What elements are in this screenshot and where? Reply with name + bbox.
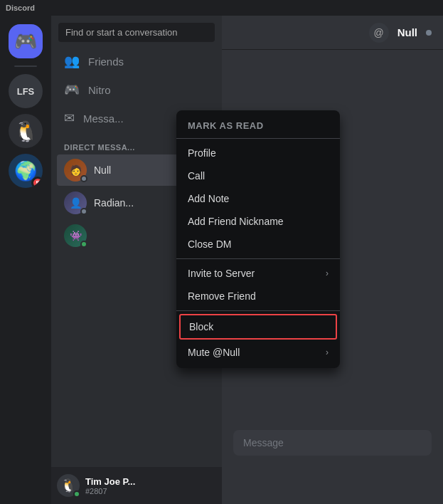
divider-after-header	[176, 138, 340, 139]
context-item-remove-friend[interactable]: Remove Friend	[179, 285, 337, 308]
add-note-label: Add Note	[188, 193, 329, 204]
divider-after-close-dm	[176, 258, 340, 259]
user-tag: #2807	[85, 487, 135, 495]
chat-header: @ Null	[222, 16, 443, 50]
messages-label: Messa...	[83, 112, 124, 125]
chat-content	[222, 50, 443, 78]
block-label: Block	[189, 321, 327, 332]
null-status-dot	[80, 175, 87, 182]
nitro-label: Nitro	[88, 84, 111, 96]
close-dm-label: Close DM	[188, 238, 329, 250]
app-title: Discord	[6, 4, 35, 12]
third-status-dot	[80, 241, 87, 248]
server-icon-lfs[interactable]: LFS	[9, 74, 43, 108]
user-info-bar: 🐧 Tim Joe P... #2807	[51, 467, 222, 504]
profile-label: Profile	[188, 147, 329, 159]
messages-icon: ✉	[64, 110, 75, 126]
invite-to-server-label: Invite to Server	[188, 268, 326, 279]
null-avatar-initial: 🧑	[70, 164, 82, 176]
header-username: Null	[397, 26, 417, 38]
notification-badge: 5	[31, 177, 43, 188]
user-name: Tim Joe P...	[85, 476, 135, 487]
server-sidebar: 🎮 LFS 🐧 🌍 5	[0, 16, 51, 504]
lfs-label: LFS	[17, 86, 35, 97]
context-item-profile[interactable]: Profile	[179, 142, 337, 164]
nav-item-friends[interactable]: 👥 Friends	[57, 48, 216, 75]
remove-friend-label: Remove Friend	[188, 290, 329, 302]
divider-after-remove-friend	[176, 310, 340, 311]
server-icon-planet[interactable]: 🌍 5	[9, 154, 43, 188]
context-item-block[interactable]: Block	[179, 314, 337, 340]
invite-to-server-chevron-icon: ›	[326, 268, 329, 278]
dm-name-null: Null	[94, 164, 111, 176]
nav-item-nitro[interactable]: 🎮 Nitro	[57, 76, 216, 103]
dm-avatar-third: 👾	[64, 224, 87, 247]
server-icon-discord-home[interactable]: 🎮	[9, 24, 43, 58]
context-menu-header: Mark As Read	[179, 115, 337, 135]
server-icon-tux[interactable]: 🐧	[9, 114, 43, 148]
user-status-dot	[73, 490, 80, 498]
at-symbol: @	[374, 27, 384, 38]
radian-status-dot	[80, 208, 87, 215]
dm-name-radian: Radian...	[94, 197, 134, 209]
dm-avatar-null: 🧑	[64, 159, 87, 182]
dm-avatar-radian: 👤	[64, 191, 87, 214]
mute-null-chevron-icon: ›	[326, 347, 329, 357]
context-item-call[interactable]: Call	[179, 164, 337, 187]
message-input-area: Message	[222, 430, 443, 467]
friends-icon: 👥	[64, 53, 80, 69]
title-bar: Discord	[0, 0, 78, 16]
radian-avatar-initial: 👤	[70, 197, 82, 209]
server-separator	[14, 65, 37, 67]
mute-null-label: Mute @Null	[188, 347, 326, 358]
context-item-close-dm[interactable]: Close DM	[179, 233, 337, 256]
friends-label: Friends	[88, 56, 124, 68]
call-label: Call	[188, 170, 329, 182]
tux-icon: 🐧	[14, 120, 38, 143]
user-name-tag: Tim Joe P... #2807	[85, 476, 135, 495]
add-friend-nickname-label: Add Friend Nickname	[188, 216, 329, 227]
message-input[interactable]: Message	[233, 430, 432, 456]
third-avatar-initial: 👾	[70, 230, 82, 241]
nitro-icon: 🎮	[64, 82, 80, 98]
user-status-indicator	[426, 30, 432, 36]
context-item-add-friend-nickname[interactable]: Add Friend Nickname	[179, 210, 337, 233]
context-menu: Mark As Read Profile Call Add Note Add F…	[176, 110, 340, 368]
context-item-mute-null[interactable]: Mute @Null ›	[179, 341, 337, 364]
at-mention-icon[interactable]: @	[369, 23, 389, 43]
user-avatar: 🐧	[57, 474, 80, 497]
context-item-add-note[interactable]: Add Note	[179, 187, 337, 210]
discord-logo-icon: 🎮	[14, 31, 37, 53]
search-bar[interactable]	[58, 23, 215, 42]
context-item-invite-to-server[interactable]: Invite to Server ›	[179, 262, 337, 285]
search-input[interactable]	[65, 27, 208, 38]
